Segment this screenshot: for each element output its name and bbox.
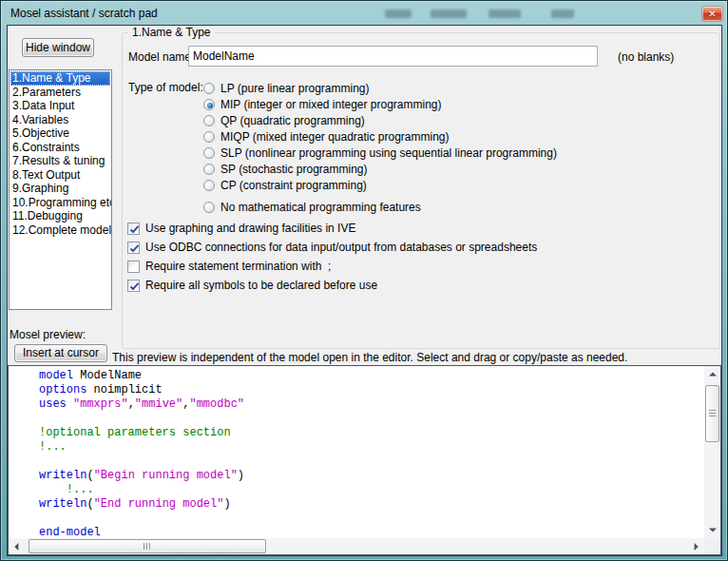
code-token: uses [39, 397, 67, 411]
code-token: "mmxprs" [73, 397, 128, 411]
hide-window-button[interactable]: Hide window [22, 38, 94, 57]
code-token: writeln [39, 469, 86, 482]
radio-button-icon[interactable] [203, 131, 215, 143]
code-line [39, 512, 704, 526]
code-token: "mmive" [135, 397, 182, 411]
radio-option[interactable]: MIQP (mixed integer quadratic programmin… [203, 128, 557, 145]
code-token: noimplicit [86, 383, 162, 397]
code-token: ( [86, 497, 93, 511]
checkbox-option[interactable]: Require statement termination with ; [127, 257, 537, 276]
checkbox-icon[interactable] [127, 242, 140, 254]
dialog-client-area: Hide window 1.Name & Type2.Parameters3.D… [7, 25, 722, 556]
list-item[interactable]: 12.Complete models [10, 223, 110, 238]
scroll-right-icon[interactable] [689, 538, 704, 554]
list-item[interactable]: 1.Name & Type [10, 71, 110, 86]
code-token: "Begin running model" [94, 469, 238, 482]
options-checkbox-group: Use graphing and drawing facilities in I… [127, 219, 537, 295]
section-list[interactable]: 1.Name & Type2.Parameters3.Data Input4.V… [9, 69, 112, 310]
list-item[interactable]: 5.Objective [10, 126, 110, 141]
checkbox-icon[interactable] [127, 261, 140, 273]
checkbox-label: Use ODBC connections for data input/outp… [145, 241, 537, 254]
radio-option[interactable]: LP (pure linear programming) [203, 80, 557, 96]
code-token: , [128, 397, 135, 411]
radio-button-icon[interactable] [203, 115, 215, 126]
code-line: model ModelName [39, 369, 704, 383]
checkmark-icon [128, 223, 141, 236]
radio-button-icon[interactable] [203, 164, 215, 175]
titlebar[interactable]: Mosel assistant / scratch pad ✕ [2, 2, 726, 25]
list-item[interactable]: 10.Programming etc. [10, 196, 110, 210]
code-line: uses "mmxprs","mmive","mmodbc" [39, 397, 704, 412]
radio-button-icon[interactable] [203, 180, 215, 191]
name-and-type-groupbox: 1.Name & Type Model name: (no blanks) Ty… [122, 32, 720, 349]
window-title: Mosel assistant / scratch pad [10, 7, 158, 20]
code-line: writeln("End running model") [39, 497, 704, 512]
radio-button-icon[interactable] [203, 83, 215, 94]
list-item[interactable]: 2.Parameters [10, 86, 110, 100]
model-name-label: Model name: [128, 50, 194, 64]
checkmark-icon [128, 280, 141, 293]
list-item[interactable]: 7.Results & tuning [10, 154, 110, 168]
code-area[interactable]: model ModelNameoptions noimplicituses "m… [9, 366, 704, 538]
code-line: !... [39, 440, 704, 455]
horizontal-scrollbar[interactable] [9, 538, 704, 554]
code-token: "mmodbc" [189, 397, 244, 411]
checkbox-option[interactable]: Use ODBC connections for data input/outp… [127, 238, 537, 257]
radio-option-label: MIP (integer or mixed integer programmin… [220, 98, 442, 111]
checkbox-option[interactable]: Require all symbols to be declared befor… [127, 276, 537, 295]
radio-button-icon[interactable] [203, 147, 215, 159]
close-icon[interactable]: ✕ [701, 6, 723, 22]
list-item[interactable]: 9.Graphing [10, 182, 110, 196]
code-token: !... [39, 440, 67, 454]
titlebar-ghost [385, 10, 412, 18]
radio-button-icon[interactable] [203, 202, 215, 213]
mosel-preview-label: Mosel preview: [10, 328, 86, 341]
radio-button-icon[interactable] [203, 99, 215, 110]
list-item[interactable]: 6.Constraints [10, 141, 110, 155]
checkbox-option[interactable]: Use graphing and drawing facilities in I… [127, 219, 537, 238]
no-blanks-hint: (no blanks) [618, 50, 674, 64]
radio-option[interactable]: SP (stochastic programming) [203, 161, 557, 177]
radio-option[interactable]: QP (quadratic programming) [203, 112, 557, 128]
checkbox-icon[interactable] [127, 222, 140, 235]
code-line: end-model [39, 526, 704, 538]
code-token: end-model [39, 526, 101, 538]
list-item[interactable]: 8.Text Output [10, 168, 110, 183]
scroll-left-icon[interactable] [9, 538, 24, 554]
radio-option-label: No mathematical programming features [220, 201, 421, 214]
code-line: writeln("Begin running model") [39, 469, 704, 483]
checkbox-icon[interactable] [127, 280, 140, 292]
mosel-preview-editor: model ModelNameoptions noimplicituses "m… [8, 365, 721, 555]
mosel-assistant-window: Mosel assistant / scratch pad ✕ Hide win… [0, 0, 728, 561]
code-line: options noimplicit [39, 383, 704, 397]
radio-option[interactable]: No mathematical programming features [203, 199, 557, 215]
checkbox-label: Use graphing and drawing facilities in I… [145, 222, 355, 235]
scroll-down-icon[interactable] [704, 523, 720, 538]
list-item[interactable]: 11.Debugging [10, 209, 110, 223]
code-line: !... [39, 483, 704, 497]
radio-option[interactable]: MIP (integer or mixed integer programmin… [203, 96, 557, 112]
checkbox-label: Require statement termination with ; [145, 260, 331, 273]
radio-option[interactable]: CP (constraint programming) [203, 177, 557, 193]
code-line: !optional parameters section [39, 426, 704, 440]
checkmark-icon [128, 242, 141, 255]
model-name-input[interactable] [188, 46, 598, 67]
code-token: model [39, 369, 73, 382]
insert-at-cursor-button[interactable]: Insert at cursor [14, 344, 107, 362]
radio-option[interactable]: SLP (nonlinear programming using sequent… [203, 145, 557, 161]
code-line [39, 412, 704, 426]
vertical-scroll-thumb[interactable] [705, 385, 719, 442]
list-item[interactable]: 3.Data Input [10, 99, 110, 113]
vertical-scrollbar[interactable] [704, 366, 720, 538]
code-token [67, 397, 73, 411]
model-type-radio-group: LP (pure linear programming)MIP (integer… [203, 80, 557, 215]
code-line [39, 455, 704, 469]
radio-option-label: CP (constraint programming) [220, 179, 367, 192]
scrollbar-corner [704, 538, 720, 554]
radio-dot-icon [207, 103, 213, 108]
horizontal-scroll-thumb[interactable] [29, 539, 266, 553]
scroll-up-icon[interactable] [704, 366, 720, 381]
list-item[interactable]: 4.Variables [10, 113, 110, 127]
radio-option-label: LP (pure linear programming) [220, 82, 370, 95]
code-token: options [39, 383, 86, 397]
